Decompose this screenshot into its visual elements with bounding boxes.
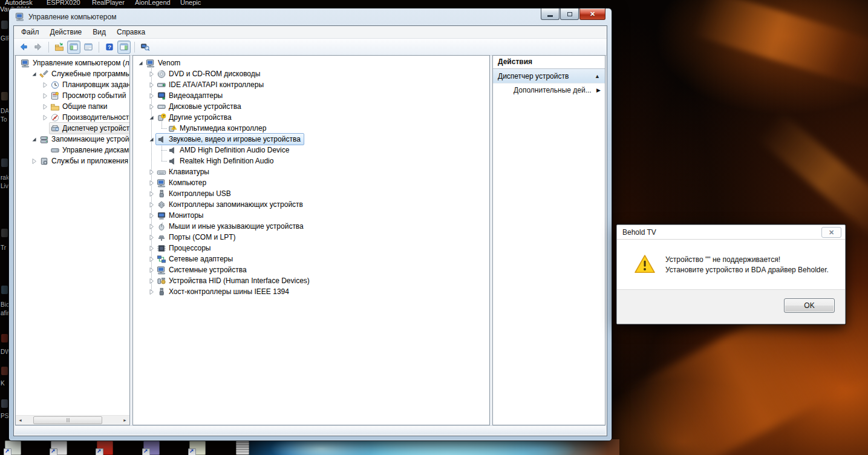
console-tree-item-label[interactable]: Производительность [49,111,130,123]
device-tree-item[interactable]: Контроллеры USB [133,188,489,199]
desktop-icon-partial[interactable] [1,286,8,294]
notepad-file-icon[interactable] [236,440,249,455]
desktop-icon-label-partial[interactable]: K [1,380,5,387]
actions-item-more-actions[interactable]: Дополнительные дей... ▶ [493,83,605,97]
menu-item-3[interactable]: Справка [111,27,151,38]
shortcut-icon-pdf[interactable] [97,440,113,455]
device-tree-item-label[interactable]: Дисковые устройства [155,100,245,113]
shortcut-icon-2[interactable] [51,440,67,455]
desktop-icon-label[interactable]: Unepic [180,0,201,6]
expander-collapsed-icon[interactable] [148,179,155,187]
console-tree-pane[interactable]: ◄ ► Управление компьютером (лСлужебные п… [15,55,130,425]
ok-button[interactable]: OK [784,298,835,313]
collapse-arrow-icon[interactable]: ▲ [595,73,600,79]
expander-collapsed-icon[interactable] [148,255,155,263]
console-tree-item[interactable]: Служебные программы [16,68,129,79]
device-tree-item-label[interactable]: Звуковые, видео и игровые устройства [155,133,304,145]
device-tree-item-label[interactable]: Контроллеры USB [155,188,235,200]
expander-collapsed-icon[interactable] [148,201,155,209]
expander-expanded-icon[interactable] [30,136,38,143]
console-tree-item[interactable]: Общие папки [16,101,129,112]
console-tree-item-label[interactable]: Службы и приложения [38,155,130,167]
desktop-icon-label-partial[interactable]: afir [1,310,9,316]
maximize-button[interactable] [560,8,579,20]
shortcut-icon-3[interactable] [143,440,160,455]
device-tree-item[interactable]: Порты (COM и LPT) [133,232,489,243]
export-button[interactable] [53,41,66,54]
scan-hardware-button[interactable] [139,41,152,54]
device-tree-item[interactable]: AMD High Definition Audio Device [133,145,489,155]
help-button[interactable]: ? [103,41,116,54]
device-tree-item-label[interactable]: IDE ATA/ATAPI контроллеры [155,79,267,91]
device-tree-item[interactable]: Мыши и иные указывающие устройства [133,221,489,232]
device-tree-item[interactable]: Клавиатуры [133,166,489,177]
expander-collapsed-icon[interactable] [30,157,38,165]
console-tree-item[interactable]: Просмотр событий [16,90,129,101]
expander-collapsed-icon[interactable] [148,92,155,100]
console-tree-item[interactable]: Управление компьютером (л [16,57,129,68]
desktop-icon-label-partial[interactable]: rak [1,174,9,181]
device-tree-item-label[interactable]: Realtek High Definition Audio [166,155,277,167]
desktop-icon-partial[interactable] [1,399,8,408]
expander-collapsed-icon[interactable] [148,103,155,111]
menu-item-0[interactable]: Файл [16,27,45,38]
desktop-icon-label-partial[interactable]: Tr [1,244,6,251]
properties-button[interactable] [82,41,95,54]
device-tree-item[interactable]: Процессоры [133,243,489,254]
device-tree-item-label[interactable]: AMD High Definition Audio Device [166,144,293,156]
console-tree-item-label[interactable]: Планировщик заданий [49,79,130,91]
expander-expanded-icon[interactable] [148,136,155,143]
console-tree-item-label[interactable]: Служебные программы [38,68,130,80]
device-tree-item[interactable]: IDE ATA/ATAPI контроллеры [133,79,489,90]
console-tree-item[interactable]: Диспетчер устройств [16,123,129,134]
console-tree-item-label[interactable]: Диспетчер устройств [49,122,130,134]
forward-button[interactable] [31,41,45,54]
device-tree-item-label[interactable]: Видеоадаптеры [155,90,226,102]
expander-collapsed-icon[interactable] [148,190,155,198]
dialog-close-button[interactable]: ✕ [821,227,841,238]
shortcut-icon-4[interactable] [189,440,206,455]
device-tree-item-label[interactable]: Хост-контроллеры шины IEEE 1394 [155,286,293,298]
desktop-icon-label[interactable]: AionLegend [135,0,171,6]
expander-collapsed-icon[interactable] [41,114,49,122]
minimize-button[interactable] [541,8,560,20]
expander-collapsed-icon[interactable] [148,212,155,220]
device-tree-item[interactable]: Звуковые, видео и игровые устройства [133,134,489,145]
device-tree-item-label[interactable]: Устройства HID (Human Interface Devices) [155,275,313,287]
device-tree-item-label[interactable]: Компьютер [155,177,210,189]
device-tree-item[interactable]: Устройства HID (Human Interface Devices) [133,275,489,286]
expander-expanded-icon[interactable] [30,70,38,78]
expander-collapsed-icon[interactable] [148,81,155,89]
device-tree-item[interactable]: Мультимедиа контроллер [133,123,489,134]
desktop-icon-label-partial[interactable]: PS [1,413,8,419]
expander-collapsed-icon[interactable] [148,277,155,285]
scroll-left-arrow-icon[interactable]: ◄ [16,416,25,425]
device-tree-item[interactable]: Хост-контроллеры шины IEEE 1394 [133,286,489,297]
expander-collapsed-icon[interactable] [41,81,49,89]
desktop-icon-label-partial[interactable]: To [1,116,7,123]
console-tree-item-label[interactable]: Управление компьютером (л [19,57,130,69]
actions-group-device-manager[interactable]: Диспетчер устройств ▲ [493,69,605,83]
device-tree-item[interactable]: DVD и CD-ROM дисководы [133,68,489,79]
menu-item-2[interactable]: Вид [87,27,111,38]
horizontal-scrollbar[interactable]: ◄ ► [16,415,129,425]
expander-expanded-icon[interactable] [137,59,145,67]
console-tree-item-label[interactable]: Управление дисками [49,144,130,156]
expander-collapsed-icon[interactable] [41,103,49,111]
device-tree-item[interactable]: Realtek High Definition Audio [133,155,489,166]
console-tree-item[interactable]: Службы и приложения [16,155,129,166]
device-tree-item[interactable]: Компьютер [133,177,489,188]
desktop-icon-label-partial[interactable]: DA [1,108,9,114]
dialog-title-bar[interactable]: Behold TV ✕ [617,225,845,240]
expander-collapsed-icon[interactable] [148,168,155,176]
desktop-icon-partial[interactable] [1,229,8,237]
console-tree-item[interactable]: Производительность [16,112,129,123]
device-tree-item[interactable]: ?Другие устройства [133,112,489,123]
device-tree-item[interactable]: Мониторы [133,210,489,221]
device-tree-item-label[interactable]: Сетевые адаптеры [155,253,237,265]
console-tree-item[interactable]: Планировщик заданий [16,79,129,90]
device-tree-item-label[interactable]: Клавиатуры [155,166,213,178]
expander-collapsed-icon[interactable] [148,288,155,296]
device-tree-item[interactable]: Venom [133,57,489,68]
desktop-icon-label[interactable]: ESPRX020 [47,0,80,6]
